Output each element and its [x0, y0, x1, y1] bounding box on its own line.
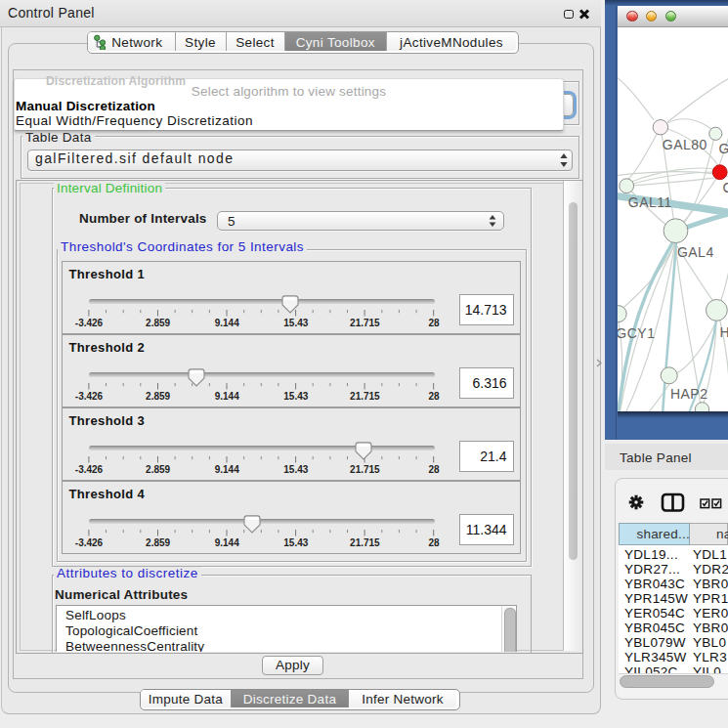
svg-text:CD: CD — [722, 180, 728, 195]
svg-text:HAP2: HAP2 — [669, 386, 707, 402]
svg-text:H: H — [719, 324, 728, 340]
svg-text:GAL80: GAL80 — [662, 137, 707, 152]
svg-text:GAL4: GAL4 — [676, 244, 713, 260]
svg-text:GCY1: GCY1 — [618, 325, 655, 341]
svg-text:GA: GA — [718, 141, 728, 156]
svg-text:GAL11: GAL11 — [627, 194, 671, 210]
